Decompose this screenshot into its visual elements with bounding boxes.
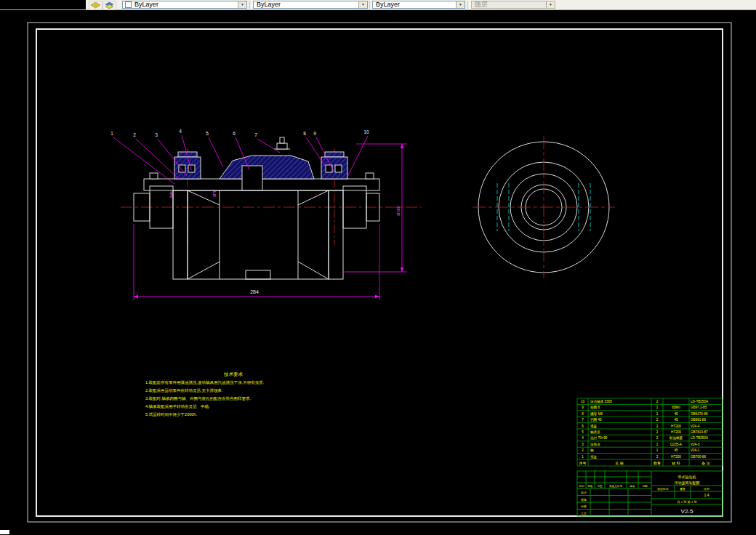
note-line: 2.装配后各运动零件应转动灵活,无卡滞现象. xyxy=(145,388,223,393)
parts-cell: 6 xyxy=(582,425,584,428)
callout-number: 9 xyxy=(313,131,316,136)
parts-cell: 轴承座 xyxy=(590,430,600,435)
change-label: 标记 xyxy=(578,484,584,488)
parts-cell: GB7813-87 xyxy=(691,430,708,434)
parts-cell: LD-TB250A xyxy=(691,436,709,440)
scale-value: 1:4 xyxy=(704,493,709,497)
parts-cell: 45 xyxy=(674,448,678,452)
callout-number: 8 xyxy=(303,131,306,136)
parts-cell: 7 xyxy=(582,418,584,422)
sig-label: 审核 xyxy=(581,504,587,508)
callout: 7 xyxy=(254,132,280,153)
model-space-canvas[interactable]: 1 2 3 4 5 6 7 8 9 10 284 Ø160 xyxy=(0,0,756,535)
weight-label: 重量 xyxy=(680,487,685,491)
change-label: 处数 xyxy=(587,484,593,488)
lineweight-control-combo[interactable]: ByLayer ▼ xyxy=(372,1,465,9)
callout-number: 3 xyxy=(155,132,158,137)
parts-cell: GB97.2-85 xyxy=(691,406,707,409)
parts-cell: V24-3 xyxy=(691,443,700,446)
parts-cell: 2 xyxy=(656,436,659,440)
notes-title: 技术要求 xyxy=(223,371,244,377)
change-label: 签名 xyxy=(630,485,635,488)
color-control-combo[interactable]: ByLayer ▼ xyxy=(122,1,247,9)
parts-cell: LD-TB250A xyxy=(691,400,709,403)
callout-number: 5 xyxy=(206,131,209,136)
parts-cell: HT200 xyxy=(671,455,681,459)
layer-properties-icon xyxy=(91,2,100,9)
plot-style-control-combo: 随层 ▼ xyxy=(471,1,555,9)
sig-label: 工艺 xyxy=(581,512,587,515)
note-line: 5.试运转时间不得少于2000h. xyxy=(145,412,197,417)
drawing-number: V2-5 xyxy=(681,508,693,515)
properties-toolbar: ByLayer ▼ ByLayer ▼ ByLayer ▼ 随层 ▼ xyxy=(0,0,756,10)
parts-header: 序号 xyxy=(579,461,587,466)
layer-previous-button[interactable] xyxy=(102,1,116,10)
parts-cell: 2 xyxy=(656,430,659,434)
parts-cell: 45 xyxy=(674,412,678,416)
parts-cell: 2 xyxy=(656,425,659,428)
parts-cell: 2 xyxy=(656,400,659,403)
parts-header: 名 称 xyxy=(615,461,623,465)
parts-list-table: 10滚动轴承 53052LD-TB250A9垫圈 8165MnGB97.2-85… xyxy=(577,398,723,466)
note-line: 1.装配前所有零件用煤油清洗,滚动轴承用汽油清洗干净,不得有杂质. xyxy=(145,380,265,385)
stage-label: 阶段标记 xyxy=(657,487,668,491)
project-title-line2: 传动滚筒装配图 xyxy=(675,480,700,486)
callout-number: 4 xyxy=(179,129,182,134)
layer-properties-button[interactable] xyxy=(89,1,102,10)
parts-cell: 1 xyxy=(656,412,659,416)
parts-cell: 2 xyxy=(656,418,659,422)
chevron-down-icon: ▼ xyxy=(546,1,555,8)
parts-cell: 轴 xyxy=(590,448,594,453)
parts-cell: 65Mn xyxy=(672,406,680,409)
parts-cell: 1 xyxy=(656,448,659,452)
parts-cell: 耐油橡胶 xyxy=(669,435,683,440)
parts-cell: GB6170-86 xyxy=(691,412,708,416)
color-control-value: ByLayer xyxy=(132,1,158,8)
sig-label: 校核 xyxy=(580,498,587,502)
ucs-icon xyxy=(0,530,9,534)
change-label: 日期 xyxy=(642,485,648,488)
parts-cell: 螺母 M8 xyxy=(590,411,603,417)
title-block-grid xyxy=(577,471,723,516)
front-view-geometry xyxy=(134,137,379,279)
callout-number: 1 xyxy=(110,131,113,136)
side-view-centerlines xyxy=(472,136,615,278)
tech-notes: 技术要求 1.装配前所有零件用煤油清洗,滚动轴承用汽油清洗干净,不得有杂质. 2… xyxy=(145,371,265,417)
parts-cell: 2 xyxy=(582,448,584,452)
parts-cell: 透盖 xyxy=(590,424,598,429)
dim-left-diameter-a: Ø45 xyxy=(169,191,174,198)
parts-cell: Q235-A xyxy=(670,443,683,446)
parts-cell: GB700-86 xyxy=(691,455,706,459)
note-line: 4.轴承装配后用手转动应灵活、平稳. xyxy=(145,404,210,409)
callout: 1 xyxy=(110,131,174,184)
parts-cell: 接盘 xyxy=(590,455,598,459)
parts-cell: 9 xyxy=(582,406,584,409)
callout-number: 2 xyxy=(133,132,136,137)
callout: 10 xyxy=(347,129,369,178)
side-view xyxy=(472,136,615,278)
parts-cell: 油封 70×90 xyxy=(590,436,608,440)
chevron-down-icon[interactable]: ▼ xyxy=(358,1,367,8)
parts-cell: V24-1 xyxy=(691,448,700,452)
title-block: 标记 处数 分区 更改文件号 签名 日期 设计 校核 审核 工艺 带式输送机 传… xyxy=(577,471,723,516)
parts-cell: 45 xyxy=(674,418,678,422)
parts-header: 数量 xyxy=(654,461,661,465)
parts-cell: 1 xyxy=(656,406,659,409)
parts-cell: 滚动轴承 5305 xyxy=(590,400,612,404)
chevron-down-icon[interactable]: ▼ xyxy=(456,1,465,8)
callout: 5 xyxy=(206,131,223,167)
dim-right-diameter: Ø160 xyxy=(396,206,401,215)
linetype-control-combo[interactable]: ByLayer ▼ xyxy=(253,1,368,9)
parts-cell: 滚筒体 xyxy=(590,443,600,446)
lineweight-control-value: ByLayer xyxy=(373,1,400,8)
dim-left-diameter-b: Ø70 xyxy=(212,190,217,197)
sig-label: 设计 xyxy=(581,491,587,494)
layer-previous-icon xyxy=(105,2,114,9)
parts-cell: 2 xyxy=(656,455,659,459)
current-color-swatch xyxy=(125,1,132,8)
chevron-down-icon[interactable]: ▼ xyxy=(238,1,246,8)
parts-header: 备 注 xyxy=(701,461,709,465)
front-view: 1 2 3 4 5 6 7 8 9 10 284 Ø160 xyxy=(110,129,422,300)
parts-cell: 垫圈 8 xyxy=(590,406,600,409)
callout-number: 7 xyxy=(254,132,257,137)
